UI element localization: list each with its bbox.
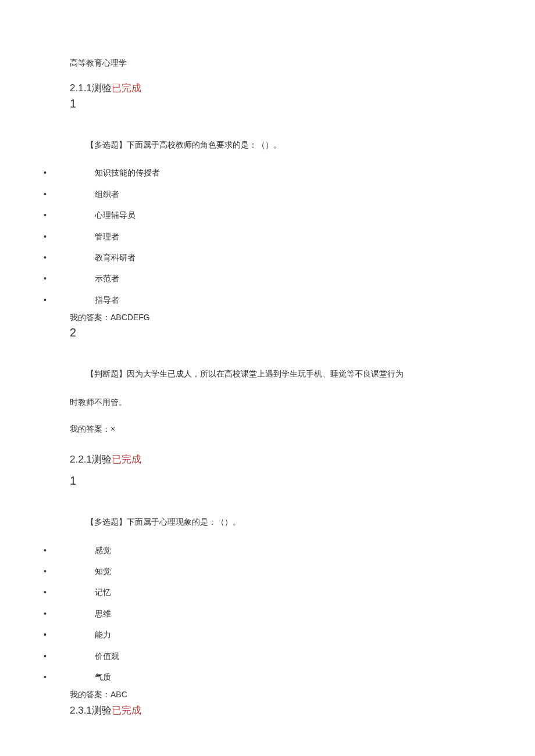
question-text: 下面属于高校教师的角色要求的是：（）。 bbox=[127, 140, 281, 149]
list-item: 思维 bbox=[44, 603, 488, 624]
question-stem: 【多选题】下面属于高校教师的角色要求的是：（）。 bbox=[70, 134, 488, 156]
list-item: 指导者 bbox=[44, 289, 488, 310]
question-number: 1 bbox=[70, 474, 488, 488]
list-item: 气质 bbox=[44, 667, 488, 687]
answer-value: ABCDEFG bbox=[110, 313, 150, 322]
quiz-word: 测验 bbox=[92, 454, 112, 465]
list-item: 示范者 bbox=[44, 268, 488, 289]
list-item: 知觉 bbox=[44, 561, 488, 582]
list-item: 价值观 bbox=[44, 646, 488, 667]
quiz-heading-2-1-1: 2.1.1测验已完成 bbox=[70, 80, 488, 96]
answer-line: 我的答案：× bbox=[70, 417, 488, 441]
list-item: 管理者 bbox=[44, 226, 488, 247]
answer-label: 我的答案： bbox=[70, 424, 110, 433]
quiz-status: 已完成 bbox=[112, 83, 141, 94]
question-stem: 【判断题】因为大学生已成人，所以在高校课堂上遇到学生玩手机、睡觉等不良课堂行为 bbox=[70, 360, 488, 388]
answer-label: 我的答案： bbox=[70, 690, 110, 699]
list-item: 知识技能的传授者 bbox=[44, 162, 488, 183]
question-type-label: 【多选题】 bbox=[86, 140, 127, 149]
question-type-label: 【判断题】 bbox=[86, 369, 127, 378]
question-number: 2 bbox=[70, 326, 488, 339]
question-stem: 【多选题】下面属于心理现象的是：（）。 bbox=[70, 511, 488, 533]
question-number: 1 bbox=[70, 97, 488, 110]
quiz-word: 测验 bbox=[92, 705, 112, 716]
list-item: 记忆 bbox=[44, 582, 488, 603]
answer-line: 我的答案：ABCDEFG bbox=[70, 310, 488, 325]
quiz-heading-2-2-1: 2.2.1测验已完成 bbox=[70, 452, 488, 467]
option-list: 感觉 知觉 记忆 思维 能力 价值观 气质 bbox=[44, 540, 488, 688]
quiz-word: 测验 bbox=[92, 83, 112, 94]
question-text: 下面属于心理现象的是：（）。 bbox=[127, 517, 241, 526]
list-item: 感觉 bbox=[44, 540, 488, 561]
list-item: 组织者 bbox=[44, 184, 488, 205]
question-text-line1: 因为大学生已成人，所以在高校课堂上遇到学生玩手机、睡觉等不良课堂行为 bbox=[127, 369, 404, 378]
list-item: 心理辅导员 bbox=[44, 205, 488, 225]
answer-value: × bbox=[110, 424, 115, 433]
list-item: 教育科研者 bbox=[44, 247, 488, 268]
option-list: 知识技能的传授者 组织者 心理辅导员 管理者 教育科研者 示范者 指导者 bbox=[44, 162, 488, 310]
answer-line: 我的答案：ABC bbox=[70, 687, 488, 702]
quiz-status: 已完成 bbox=[112, 454, 141, 465]
quiz-heading-2-3-1: 2.3.1测验已完成 bbox=[70, 703, 488, 718]
answer-label: 我的答案： bbox=[70, 313, 110, 322]
quiz-number: 2.2.1 bbox=[70, 454, 92, 465]
quiz-status: 已完成 bbox=[112, 705, 141, 716]
document-title: 高等教育心理学 bbox=[70, 58, 488, 69]
list-item: 能力 bbox=[44, 624, 488, 645]
quiz-number: 2.1.1 bbox=[70, 83, 92, 94]
question-text-line2: 时教师不用管。 bbox=[70, 388, 488, 417]
quiz-number: 2.3.1 bbox=[70, 705, 92, 716]
answer-value: ABC bbox=[110, 690, 127, 699]
question-type-label: 【多选题】 bbox=[86, 517, 127, 526]
